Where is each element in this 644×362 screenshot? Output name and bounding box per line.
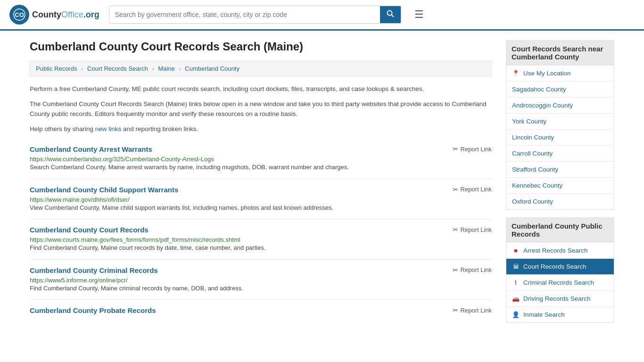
court-records-icon: 🏛 bbox=[512, 263, 520, 270]
report-link[interactable]: ✂ Report Link bbox=[453, 145, 492, 153]
sidebar-records-label: Arrest Records Search bbox=[523, 247, 588, 254]
record-title[interactable]: Cumberland County Child Support Warrants bbox=[30, 186, 178, 194]
record-url[interactable]: https://www.cumberlandso.org/325/Cumberl… bbox=[30, 156, 214, 163]
sidebar-nearby-list: 📍 Use My Location Sagadahoc County Andro… bbox=[506, 66, 614, 210]
sidebar: Court Records Search near Cumberland Cou… bbox=[506, 40, 614, 323]
record-header: Cumberland County Court Records ✂ Report… bbox=[30, 226, 492, 234]
logo[interactable]: CO CountyOffice.org bbox=[9, 5, 99, 25]
record-entry: Cumberland County Probate Records ✂ Repo… bbox=[30, 300, 492, 323]
description-para3: Help others by sharing new links and rep… bbox=[30, 124, 492, 134]
search-input[interactable] bbox=[109, 6, 380, 23]
record-header: Cumberland County Child Support Warrants… bbox=[30, 186, 492, 194]
sidebar-item-use-location[interactable]: 📍 Use My Location bbox=[506, 66, 614, 82]
sidebar-records-label: Court Records Search bbox=[523, 263, 586, 270]
logo-text: CountyOffice.org bbox=[32, 10, 99, 20]
sidebar-public-records-title: Cumberland County Public Records bbox=[506, 217, 614, 243]
sidebar-records-label: Inmate Search bbox=[523, 311, 565, 318]
record-entry: Cumberland County Criminal Records ✂ Rep… bbox=[30, 260, 492, 300]
record-header: Cumberland County Criminal Records ✂ Rep… bbox=[30, 266, 492, 274]
record-title[interactable]: Cumberland County Probate Records bbox=[30, 306, 156, 314]
record-url[interactable]: https://www.courts.maine.gov/fees_forms/… bbox=[30, 236, 240, 243]
description-para2: The Cumberland County Court Records Sear… bbox=[30, 99, 492, 119]
use-my-location-label: Use My Location bbox=[523, 70, 571, 77]
sidebar-records-label: Driving Records Search bbox=[523, 295, 591, 302]
report-link-icon: ✂ bbox=[453, 226, 458, 233]
sidebar-item-label: York County bbox=[512, 118, 546, 125]
new-links-link[interactable]: new links bbox=[95, 125, 122, 132]
svg-line-3 bbox=[391, 15, 394, 17]
record-header: Cumberland County Probate Records ✂ Repo… bbox=[30, 306, 492, 314]
record-entry: Cumberland County Court Records ✂ Report… bbox=[30, 219, 492, 260]
svg-text:CO: CO bbox=[15, 11, 24, 18]
record-desc: Find Cumberland County, Maine court reco… bbox=[30, 243, 492, 253]
report-link-icon: ✂ bbox=[453, 266, 458, 274]
search-button[interactable] bbox=[380, 6, 401, 23]
breadcrumb-public-records[interactable]: Public Records bbox=[36, 65, 77, 72]
record-title[interactable]: Cumberland County Court Records bbox=[30, 226, 149, 234]
sidebar-item-label: Carroll County bbox=[512, 150, 553, 157]
report-link[interactable]: ✂ Report Link bbox=[453, 306, 492, 314]
sidebar-records-label: Criminal Records Search bbox=[523, 279, 594, 286]
breadcrumb-maine[interactable]: Maine bbox=[158, 65, 174, 72]
record-header: Cumberland County Arrest Warrants ✂ Repo… bbox=[30, 145, 492, 153]
breadcrumb-cumberland[interactable]: Cumberland County bbox=[185, 65, 239, 72]
report-link[interactable]: ✂ Report Link bbox=[453, 226, 492, 233]
sidebar-item-androscoggin[interactable]: Androscoggin County bbox=[506, 98, 614, 114]
content-wrapper: Cumberland County Court Records Search (… bbox=[20, 31, 624, 332]
sidebar-item-label: Oxford County bbox=[512, 198, 553, 205]
records-list: Cumberland County Arrest Warrants ✂ Repo… bbox=[30, 139, 492, 323]
breadcrumb: Public Records › Court Records Search › … bbox=[30, 61, 492, 76]
breadcrumb-sep-3: › bbox=[179, 65, 181, 72]
record-entry: Cumberland County Arrest Warrants ✂ Repo… bbox=[30, 139, 492, 179]
sidebar-arrest-records[interactable]: ■ Arrest Records Search bbox=[506, 243, 614, 259]
sidebar-item-sagadahoc[interactable]: Sagadahoc County bbox=[506, 82, 614, 98]
sidebar-item-carroll[interactable]: Carroll County bbox=[506, 146, 614, 162]
main-content: Cumberland County Court Records Search (… bbox=[30, 40, 492, 323]
sidebar-driving-records[interactable]: 🚗 Driving Records Search bbox=[506, 291, 614, 307]
sidebar-inmate-search[interactable]: 👤 Inmate Search bbox=[506, 307, 614, 322]
record-title[interactable]: Cumberland County Arrest Warrants bbox=[30, 145, 152, 153]
sidebar-item-label: Lincoln County bbox=[512, 134, 554, 141]
sidebar-item-label: Kennebec County bbox=[512, 182, 562, 189]
sidebar-item-lincoln[interactable]: Lincoln County bbox=[506, 130, 614, 146]
report-link-icon: ✂ bbox=[453, 306, 458, 314]
breadcrumb-sep-2: › bbox=[152, 65, 154, 72]
record-url[interactable]: https://www.maine.gov/dhhs/ofi/dser/ bbox=[30, 196, 130, 203]
breadcrumb-sep-1: › bbox=[81, 65, 83, 72]
sidebar-item-label: Strafford County bbox=[512, 166, 558, 173]
sidebar-item-label: Androscoggin County bbox=[512, 102, 573, 109]
description-para1: Perform a free Cumberland County, ME pub… bbox=[30, 84, 492, 94]
report-link[interactable]: ✂ Report Link bbox=[453, 186, 492, 193]
sidebar-item-york[interactable]: York County bbox=[506, 114, 614, 130]
record-title[interactable]: Cumberland County Criminal Records bbox=[30, 266, 158, 274]
sidebar-records-list: ■ Arrest Records Search 🏛 Court Records … bbox=[506, 243, 614, 323]
record-entry: Cumberland County Child Support Warrants… bbox=[30, 179, 492, 220]
sidebar-criminal-records[interactable]: ! Criminal Records Search bbox=[506, 275, 614, 291]
report-link-icon: ✂ bbox=[453, 145, 458, 153]
record-desc: Search Cumberland County, Maine arrest w… bbox=[30, 163, 492, 172]
sidebar-item-strafford[interactable]: Strafford County bbox=[506, 162, 614, 178]
report-link[interactable]: ✂ Report Link bbox=[453, 266, 492, 274]
menu-button[interactable]: ☰ bbox=[411, 7, 428, 23]
criminal-records-icon: ! bbox=[512, 279, 520, 286]
location-pin-icon: 📍 bbox=[512, 70, 520, 77]
sidebar-item-oxford[interactable]: Oxford County bbox=[506, 194, 614, 209]
header: CO CountyOffice.org ☰ bbox=[0, 0, 644, 31]
logo-icon: CO bbox=[9, 5, 29, 25]
sidebar-nearby-title: Court Records Search near Cumberland Cou… bbox=[506, 40, 614, 66]
breadcrumb-court-records[interactable]: Court Records Search bbox=[87, 65, 148, 72]
record-desc: Find Cumberland County, Maine criminal r… bbox=[30, 284, 492, 293]
inmate-search-icon: 👤 bbox=[512, 311, 520, 318]
search-bar bbox=[109, 6, 401, 24]
report-link-icon: ✂ bbox=[453, 186, 458, 193]
sidebar-item-kennebec[interactable]: Kennebec County bbox=[506, 178, 614, 194]
record-desc: View Cumberland County, Maine child supp… bbox=[30, 203, 492, 213]
record-url[interactable]: https://www5.informe.org/online/pcr/ bbox=[30, 277, 127, 284]
driving-records-icon: 🚗 bbox=[512, 295, 520, 302]
page-title: Cumberland County Court Records Search (… bbox=[30, 40, 492, 53]
svg-point-2 bbox=[387, 11, 392, 16]
sidebar-item-label: Sagadahoc County bbox=[512, 86, 566, 93]
sidebar-court-records[interactable]: 🏛 Court Records Search bbox=[506, 259, 614, 275]
arrest-records-icon: ■ bbox=[512, 247, 520, 254]
